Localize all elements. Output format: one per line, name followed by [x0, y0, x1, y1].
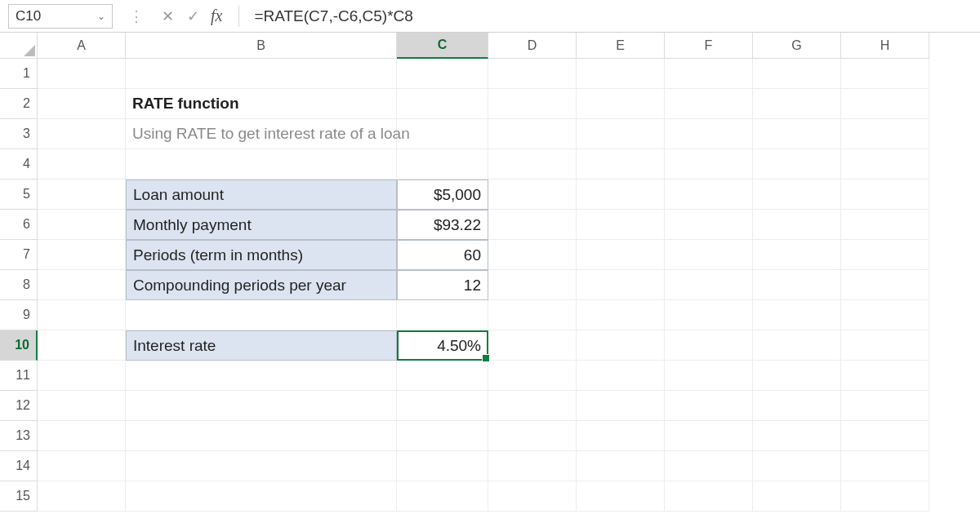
cell-H10[interactable] — [841, 330, 929, 361]
cell-A6[interactable] — [38, 210, 126, 240]
cell-F11[interactable] — [665, 361, 753, 391]
cell-G12[interactable] — [753, 391, 841, 421]
cell-D8[interactable] — [488, 270, 577, 300]
cell-C2[interactable] — [397, 89, 488, 119]
col-header-C[interactable]: C — [397, 33, 488, 59]
cell-G2[interactable] — [753, 89, 841, 119]
cell-B15[interactable] — [126, 481, 397, 512]
cell-F13[interactable] — [665, 421, 753, 451]
cell-H13[interactable] — [841, 421, 929, 451]
cell-F7[interactable] — [665, 240, 753, 270]
cell-D1[interactable] — [488, 59, 577, 89]
cell-E12[interactable] — [577, 391, 665, 421]
cell-D7[interactable] — [488, 240, 577, 270]
row-header-1[interactable]: 1 — [0, 59, 38, 89]
cell-B4[interactable] — [126, 149, 397, 179]
cell-A3[interactable] — [38, 119, 126, 149]
cell-A14[interactable] — [38, 451, 126, 481]
cell-E8[interactable] — [577, 270, 665, 300]
cell-A4[interactable] — [38, 149, 126, 179]
cell-E2[interactable] — [577, 89, 665, 119]
cell-B8[interactable]: Compounding periods per year — [126, 270, 397, 300]
cell-B5[interactable]: Loan amount — [126, 179, 397, 210]
cell-C4[interactable] — [397, 149, 488, 179]
cell-C1[interactable] — [397, 59, 488, 89]
cell-H6[interactable] — [841, 210, 929, 240]
cell-G13[interactable] — [753, 421, 841, 451]
col-header-H[interactable]: H — [841, 33, 929, 59]
cell-E5[interactable] — [577, 179, 665, 210]
cell-C15[interactable] — [397, 481, 488, 512]
row-header-10[interactable]: 10 — [0, 330, 38, 361]
cell-B11[interactable] — [126, 361, 397, 391]
cell-A11[interactable] — [38, 361, 126, 391]
chevron-down-icon[interactable]: ⌄ — [97, 11, 105, 22]
enter-icon[interactable]: ✓ — [187, 7, 199, 25]
cell-E4[interactable] — [577, 149, 665, 179]
cell-B1[interactable] — [126, 59, 397, 89]
cell-G11[interactable] — [753, 361, 841, 391]
row-header-9[interactable]: 9 — [0, 300, 38, 330]
cell-A15[interactable] — [38, 481, 126, 512]
select-all-corner[interactable] — [0, 33, 38, 59]
cell-A8[interactable] — [38, 270, 126, 300]
cell-C8[interactable]: 12 — [397, 270, 488, 300]
worksheet[interactable]: A B C D E F G H 1 2 RATE function 3 Usin… — [0, 33, 980, 514]
cell-H5[interactable] — [841, 179, 929, 210]
col-header-B[interactable]: B — [126, 33, 397, 59]
cell-C5[interactable]: $5,000 — [397, 179, 488, 210]
cell-F14[interactable] — [665, 451, 753, 481]
cell-G5[interactable] — [753, 179, 841, 210]
cell-D6[interactable] — [488, 210, 577, 240]
row-header-8[interactable]: 8 — [0, 270, 38, 300]
cell-G3[interactable] — [753, 119, 841, 149]
cell-B13[interactable] — [126, 421, 397, 451]
cell-D15[interactable] — [488, 481, 577, 512]
cell-F9[interactable] — [665, 300, 753, 330]
cell-G8[interactable] — [753, 270, 841, 300]
cell-A12[interactable] — [38, 391, 126, 421]
row-header-12[interactable]: 12 — [0, 391, 38, 421]
row-header-14[interactable]: 14 — [0, 451, 38, 481]
row-header-3[interactable]: 3 — [0, 119, 38, 149]
cell-E1[interactable] — [577, 59, 665, 89]
cell-H9[interactable] — [841, 300, 929, 330]
cell-C11[interactable] — [397, 361, 488, 391]
cell-E13[interactable] — [577, 421, 665, 451]
cell-D2[interactable] — [488, 89, 577, 119]
cell-G1[interactable] — [753, 59, 841, 89]
cell-C13[interactable] — [397, 421, 488, 451]
row-header-6[interactable]: 6 — [0, 210, 38, 240]
cell-A5[interactable] — [38, 179, 126, 210]
cell-D10[interactable] — [488, 330, 577, 361]
cell-C6[interactable]: $93.22 — [397, 210, 488, 240]
cell-G7[interactable] — [753, 240, 841, 270]
cell-H2[interactable] — [841, 89, 929, 119]
cell-H4[interactable] — [841, 149, 929, 179]
cell-A13[interactable] — [38, 421, 126, 451]
cell-C12[interactable] — [397, 391, 488, 421]
cell-G9[interactable] — [753, 300, 841, 330]
col-header-G[interactable]: G — [753, 33, 841, 59]
cell-E11[interactable] — [577, 361, 665, 391]
row-header-7[interactable]: 7 — [0, 240, 38, 270]
cell-E3[interactable] — [577, 119, 665, 149]
cell-F15[interactable] — [665, 481, 753, 512]
cell-B10[interactable]: Interest rate — [126, 330, 397, 361]
cell-F4[interactable] — [665, 149, 753, 179]
cell-D3[interactable] — [488, 119, 577, 149]
cell-A1[interactable] — [38, 59, 126, 89]
cell-A9[interactable] — [38, 300, 126, 330]
cell-B2[interactable]: RATE function — [126, 89, 397, 119]
cell-D4[interactable] — [488, 149, 577, 179]
row-header-13[interactable]: 13 — [0, 421, 38, 451]
cell-H15[interactable] — [841, 481, 929, 512]
cell-C9[interactable] — [397, 300, 488, 330]
cell-E6[interactable] — [577, 210, 665, 240]
cell-H14[interactable] — [841, 451, 929, 481]
cell-B12[interactable] — [126, 391, 397, 421]
cell-E10[interactable] — [577, 330, 665, 361]
cell-F12[interactable] — [665, 391, 753, 421]
cell-F5[interactable] — [665, 179, 753, 210]
cell-D12[interactable] — [488, 391, 577, 421]
